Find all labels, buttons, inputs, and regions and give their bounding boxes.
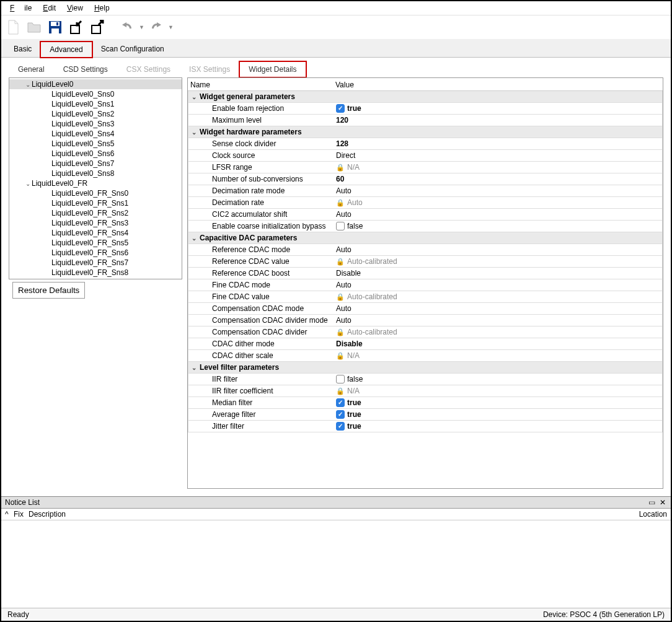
menu-edit[interactable]: Edit <box>38 2 61 14</box>
notice-col-fix[interactable]: Fix <box>14 510 29 519</box>
property-row[interactable]: Reference CDAC value🔒Auto-calibrated <box>188 256 663 268</box>
property-value[interactable]: Disable <box>334 339 662 348</box>
tree-item[interactable]: LiquidLevel0_FR_Sns7 <box>9 258 182 268</box>
open-folder-icon[interactable] <box>25 18 43 37</box>
property-value[interactable]: 128 <box>334 139 662 148</box>
notice-col-description[interactable]: Description <box>29 510 624 519</box>
tree-item[interactable]: ⌄LiquidLevel0_FR <box>9 178 182 188</box>
property-row[interactable]: Enable foam rejectiontrue <box>188 103 663 115</box>
group-caret-icon[interactable]: ⌄ <box>188 235 200 242</box>
subtab-general[interactable]: General <box>9 61 54 77</box>
property-value[interactable]: Auto <box>334 281 662 289</box>
tree-item[interactable]: LiquidLevel0_FR_Sns6 <box>9 248 182 258</box>
property-row[interactable]: LFSR range🔒N/A <box>188 162 663 173</box>
group-caret-icon[interactable]: ⌄ <box>188 129 200 136</box>
property-row[interactable]: CDAC dither scale🔒N/A <box>188 350 663 362</box>
tab-advanced[interactable]: Advanced <box>40 42 92 58</box>
property-row[interactable]: Decimation rate modeAuto <box>188 185 663 197</box>
notice-col-location[interactable]: Location <box>624 510 667 519</box>
export-icon[interactable] <box>88 18 107 37</box>
tree-item[interactable]: LiquidLevel0_FR_Sns1 <box>9 198 182 208</box>
property-value[interactable]: Direct <box>334 151 662 160</box>
subtab-csd-settings[interactable]: CSD Settings <box>54 61 117 77</box>
close-icon[interactable]: ✕ <box>658 498 667 507</box>
property-value[interactable]: Auto <box>334 316 662 325</box>
undo-icon[interactable] <box>118 18 136 37</box>
tree-item[interactable]: LiquidLevel0_Sns4 <box>9 129 182 139</box>
property-value[interactable]: true <box>334 410 662 419</box>
detach-icon[interactable]: ▭ <box>647 498 656 507</box>
tree-item[interactable]: LiquidLevel0_FR_Sns4 <box>9 228 182 238</box>
checkbox-icon[interactable] <box>336 410 345 419</box>
property-value[interactable]: false <box>334 222 662 230</box>
property-value[interactable]: Auto <box>334 245 662 254</box>
tree-item[interactable]: LiquidLevel0_Sns8 <box>9 169 182 178</box>
tab-scan-configuration[interactable]: Scan Configuration <box>92 42 173 57</box>
property-row[interactable]: Decimation rate🔒Auto <box>188 197 663 209</box>
tree-item[interactable]: LiquidLevel0_Sns1 <box>9 99 182 109</box>
property-row[interactable]: CDAC dither modeDisable <box>188 338 663 350</box>
redo-icon[interactable] <box>147 18 166 37</box>
tree-item[interactable]: LiquidLevel0_Sns3 <box>9 119 182 129</box>
property-row[interactable]: Reference CDAC boostDisable <box>188 268 663 279</box>
property-row[interactable]: Jitter filtertrue <box>188 421 663 432</box>
subtab-widget-details[interactable]: Widget Details <box>239 61 306 77</box>
tree-item[interactable]: LiquidLevel0_FR_Sns2 <box>9 208 182 218</box>
property-row[interactable]: Compensation CDAC divider modeAuto <box>188 315 663 326</box>
checkbox-icon[interactable] <box>336 398 345 407</box>
checkbox-icon[interactable] <box>336 104 345 113</box>
property-value[interactable]: true <box>334 398 662 407</box>
property-row[interactable]: Reference CDAC modeAuto <box>188 244 663 256</box>
property-row[interactable]: Average filtertrue <box>188 409 663 421</box>
undo-dropdown-icon[interactable]: ▼ <box>139 24 144 30</box>
property-row[interactable]: IIR filter coefficient🔒N/A <box>188 385 663 397</box>
expand-caret-icon[interactable]: ⌄ <box>24 180 32 187</box>
menu-view[interactable]: View <box>62 2 88 14</box>
property-row[interactable]: Fine CDAC value🔒Auto-calibrated <box>188 291 663 303</box>
property-row[interactable]: Enable coarse initialization bypassfalse <box>188 221 663 232</box>
checkbox-icon[interactable] <box>336 375 345 383</box>
property-value[interactable]: 120 <box>334 116 662 125</box>
property-value[interactable]: true <box>334 422 662 431</box>
property-row[interactable]: IIR filterfalse <box>188 374 663 385</box>
property-row[interactable]: Number of sub-conversions60 <box>188 173 663 185</box>
redo-dropdown-icon[interactable]: ▼ <box>168 24 174 30</box>
property-row[interactable]: Sense clock divider128 <box>188 138 663 150</box>
import-icon[interactable] <box>67 18 86 37</box>
property-value[interactable]: false <box>334 375 662 383</box>
expand-caret-icon[interactable]: ⌄ <box>24 81 32 88</box>
group-caret-icon[interactable]: ⌄ <box>188 94 200 100</box>
property-value[interactable]: Auto <box>334 210 662 219</box>
tree-list[interactable]: ⌄LiquidLevel0LiquidLevel0_Sns0LiquidLeve… <box>9 78 182 279</box>
property-row[interactable]: Median filtertrue <box>188 397 663 409</box>
tree-item[interactable]: ⌄LiquidLevel0 <box>9 79 182 89</box>
property-row[interactable]: Compensation CDAC divider🔒Auto-calibrate… <box>188 326 663 338</box>
property-value[interactable]: Auto <box>334 304 662 313</box>
restore-defaults-button[interactable]: Restore Defaults <box>12 282 85 299</box>
property-value[interactable]: Disable <box>334 269 662 278</box>
tree-item[interactable]: LiquidLevel0_Sns0 <box>9 89 182 99</box>
property-value[interactable]: Auto <box>334 186 662 195</box>
tree-item[interactable]: LiquidLevel0_FR_Sns3 <box>9 218 182 228</box>
tree-item[interactable]: LiquidLevel0_Sns6 <box>9 149 182 159</box>
property-row[interactable]: CIC2 accumulator shiftAuto <box>188 209 663 221</box>
tree-item[interactable]: LiquidLevel0_FR_Sns5 <box>9 238 182 248</box>
menu-file[interactable]: File <box>5 2 37 14</box>
property-value[interactable]: 60 <box>334 175 662 183</box>
checkbox-icon[interactable] <box>336 422 345 431</box>
property-row[interactable]: Compensation CDAC modeAuto <box>188 303 663 315</box>
tree-item[interactable]: LiquidLevel0_Sns5 <box>9 139 182 149</box>
menu-help[interactable]: Help <box>89 2 115 14</box>
tab-basic[interactable]: Basic <box>5 42 40 57</box>
save-icon[interactable] <box>46 18 64 37</box>
checkbox-icon[interactable] <box>336 222 345 230</box>
property-value[interactable]: true <box>334 104 662 113</box>
tree-item[interactable]: LiquidLevel0_FR_Sns0 <box>9 188 182 198</box>
tree-item[interactable]: LiquidLevel0_FR_Sns8 <box>9 268 182 278</box>
tree-item[interactable]: LiquidLevel0_Sns2 <box>9 109 182 119</box>
new-file-icon[interactable] <box>4 18 22 37</box>
tree-item[interactable]: LiquidLevel0_Sns7 <box>9 159 182 169</box>
property-row[interactable]: Clock sourceDirect <box>188 150 663 162</box>
property-row[interactable]: Fine CDAC modeAuto <box>188 279 663 291</box>
group-caret-icon[interactable]: ⌄ <box>188 364 200 371</box>
